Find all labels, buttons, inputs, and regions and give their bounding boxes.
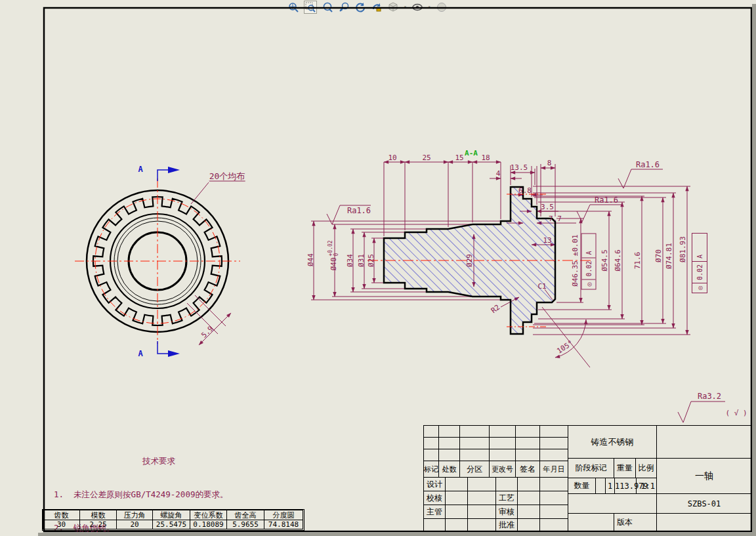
gear-table-value: 30 [43,520,80,529]
gear-table-header: 变位系数 [190,510,227,520]
dim-dia74-label: Ø74.81 [665,243,673,269]
gdt-tolerance: 0.02 [582,258,596,279]
dim-c1-label: C1 [537,283,546,290]
dim-dia44-label: Ø44 [307,253,314,266]
rev-header-change-no: 更改号 [489,461,516,478]
dim-4-label: 4 [496,170,501,177]
dim-6p8-label: 6.8 [518,187,532,194]
tech-requirements-title: 技术要求 [54,455,264,466]
dim-8-label: 8 [547,159,552,167]
dim-71p6-label: 71.6 [634,252,641,270]
version-label-cell: 版本 [614,513,657,532]
dim-dia70-label: Ø70 [655,249,662,262]
rev-header-count: 处数 [438,461,460,478]
dim-25-label: 25 [422,154,430,161]
section-label: A-A [465,150,478,157]
gear-table-header: 齿全高 [226,510,264,520]
gdt-tolerance: 0.02 [692,262,707,283]
rev-header-date: 年月日 [539,461,568,478]
teeth-callout: 20个均布 [209,172,245,182]
roughness-ra16-mid-label: Ra1.6 [595,196,618,204]
role-design: 设计 [423,477,446,491]
rev-header-signature: 签名 [515,461,540,478]
gdt-frame-dia46: ◎ 0.02 A [581,234,597,290]
dim-dia64-label: Ø64.6 [614,249,621,271]
window-shadow-bottom [38,533,756,536]
weight-value-cell: 113.979 [614,478,637,494]
gear-table-value: 2.25 [79,520,117,529]
dim-dia54-label: Ø54.5 [601,249,608,271]
material-cell: 铸造不锈钢 [568,425,657,459]
dim-dia34-label: Ø34 [346,254,354,267]
gear-table-value: 74.8148 [264,520,303,529]
role-audit: 审核 [495,505,518,519]
dim-10-label: 10 [388,154,396,161]
dim-dia29-label: Ø29 [466,254,473,267]
gdt-symbol: ◎ [582,279,596,289]
section-arrow-label-top: A [138,165,142,173]
dia40-value: Ø40 [330,257,337,270]
gear-table-header: 螺旋角 [152,510,190,520]
rev-header-mark: 标记 [423,461,439,478]
gdt-datum: A [692,252,707,262]
gear-table-header: 压力角 [116,510,153,520]
dim-7p7-label: 7.7 [549,215,562,222]
gear-table-header: 模数 [79,510,117,520]
qty-value-cell: 1 [605,478,615,494]
scale-label-cell: 比例 [635,458,657,478]
role-check: 校核 [423,491,446,505]
dia40-tol-lower: 0 [334,240,340,256]
rev-header-zone: 分区 [459,461,490,478]
role-approve: 批准 [495,518,518,532]
dim-dia46-label: Ø46.35 ±0.01 [572,234,579,286]
weight-label-cell: 重量 [614,458,636,478]
gdt-datum: A [582,248,596,258]
roughness-ra32-label: Ra3.2 [698,392,721,400]
qty-label-cell: 数量 [568,478,596,494]
part-name-cell: 一轴 [656,458,752,494]
gear-table-value: 0.18089 [190,520,227,529]
dim-18-label: 18 [481,154,490,161]
scale-value-cell: 1:1 [636,478,657,494]
role-process: 工艺 [495,491,518,505]
dim-15-label: 15 [455,154,463,161]
dim-3p5-label: 3.5 [541,203,554,211]
gear-table-value: 20 [116,520,153,529]
tech-requirement-item: 1. 未注公差原则按GB/T4249-2009的要求。 [54,489,270,500]
cad-drawing-window: { "toolbar": { "icons": ["zoom-fit","zoo… [0,0,756,536]
gear-parameter-table: 齿数 模数 压力角 螺旋角 变位系数 齿全高 分度圆 30 2.25 20 25… [42,509,304,531]
gear-table-value: 5.9655 [226,520,264,529]
section-arrow-label-bottom: A [138,350,142,358]
roughness-ra16-top-label: Ra1.6 [636,161,660,169]
dim-13p5-label: 13.5 [511,164,528,171]
drawing-no-cell: SZBS-01 [656,493,752,514]
section-view-geometry [368,187,592,334]
title-block: 标记 处数 分区 更改号 签名 年月日 设计 校核 工艺 主管 审核 批准 铸造… [423,425,752,532]
section-cut-arrows [158,167,180,357]
front-view-geometry [75,178,240,344]
gdt-frame-dia81: ◎ 0.02 A [692,233,707,293]
dim-dia31-label: Ø31 [358,254,365,267]
roughness-others-note: ( √ ) [725,409,747,417]
gear-table-header: 齿数 [43,510,80,520]
dim-dia81-label: Ø81.93 [679,236,686,262]
stage-label-cell: 阶段标记 [568,458,614,478]
role-supervisor: 主管 [423,505,446,519]
gdt-symbol: ◎ [692,283,707,293]
gear-table-value: 25.5475 [152,520,190,529]
dim-dia40-label: Ø40 +0.02 0 [321,240,340,279]
roughness-ra16-left-label: Ra1.6 [347,207,371,215]
window-shadow-right [752,4,756,536]
dim-13-label: 13 [543,237,551,244]
gear-table-header: 分度圆 [264,510,303,520]
dim-dia25-label: Ø25 [368,254,375,267]
